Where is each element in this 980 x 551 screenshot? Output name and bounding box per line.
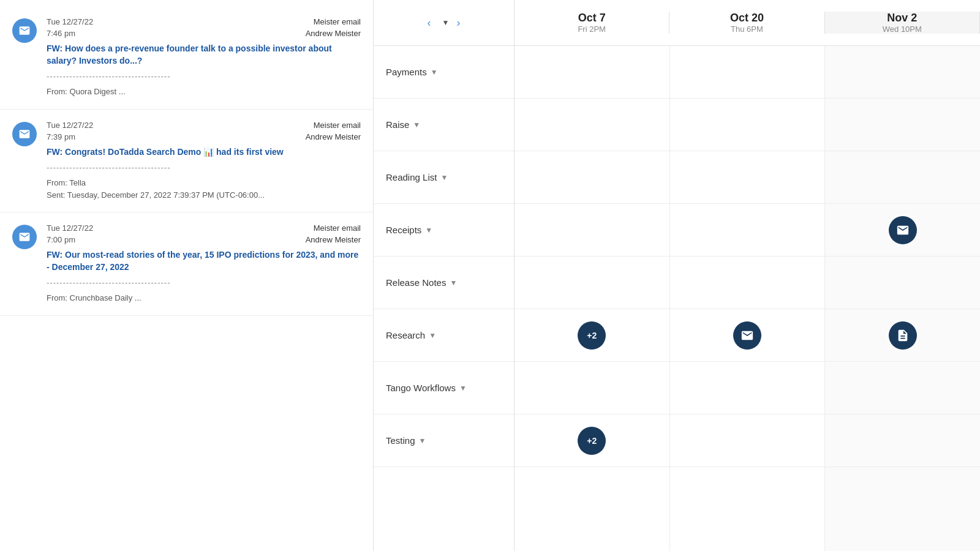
email-source: Meister email — [314, 121, 361, 130]
period-dropdown-icon: ▼ — [442, 18, 450, 27]
grid-row-release-notes — [670, 257, 825, 309]
email-divider: -------------------------------------- — [47, 278, 361, 287]
marker-count: +2 — [587, 331, 597, 340]
timeline-header: ‹ ▼ › Oct 7 Fri 2PM Oct 20 Thu 6PM Nov 2… — [374, 0, 980, 46]
grid-row-raise — [825, 99, 980, 151]
nav-section: ‹ ▼ › — [374, 0, 514, 45]
category-chevron-icon: ▼ — [450, 279, 457, 287]
email-divider: -------------------------------------- — [47, 163, 361, 172]
grid-row-tango-workflows — [825, 362, 980, 414]
category-row-receipts[interactable]: Receipts ▼ — [374, 204, 514, 257]
email-body: From: Quora Digest ... — [47, 86, 361, 98]
grid-row-raise — [670, 99, 825, 151]
email-from-name: Andrew Meister — [306, 235, 361, 244]
category-row-payments[interactable]: Payments ▼ — [374, 46, 514, 99]
category-row-tango-workflows[interactable]: Tango Workflows ▼ — [374, 362, 514, 414]
marker-research-col1[interactable] — [733, 321, 761, 350]
category-chevron-icon: ▼ — [413, 121, 420, 129]
email-icon — [896, 223, 910, 237]
period-title[interactable]: ▼ — [439, 18, 450, 27]
marker-receipts-col2[interactable] — [889, 216, 917, 244]
date-column-oct20[interactable]: Oct 20 Thu 6PM — [669, 12, 824, 34]
marker-testing-col0[interactable]: +2 — [578, 427, 606, 455]
grid-row-reading-list — [670, 151, 825, 204]
category-chevron-icon: ▼ — [459, 384, 467, 392]
email-from-name: Andrew Meister — [306, 29, 361, 38]
category-label: Testing — [386, 435, 415, 446]
category-chevron-icon: ▼ — [419, 437, 426, 445]
grid-row-payments — [670, 46, 825, 99]
grid-row-receipts — [670, 204, 825, 257]
timeline-grid: +2+2 — [514, 46, 980, 551]
category-row-reading-list[interactable]: Reading List ▼ — [374, 151, 514, 204]
email-time: 7:00 pm — [47, 235, 75, 244]
date-column-nov2[interactable]: Nov 2 Wed 10PM — [825, 12, 980, 34]
category-label: Receipts — [386, 225, 421, 235]
date-col-main: Oct 7 — [578, 12, 606, 24]
timeline-col-oct20 — [670, 46, 826, 551]
marker-research-col0[interactable]: +2 — [578, 321, 606, 350]
grid-row-research — [825, 309, 980, 362]
date-col-sub: Fri 2PM — [578, 24, 606, 34]
category-row-research[interactable]: Research ▼ — [374, 309, 514, 362]
email-content: Tue 12/27/22 Meister email 7:39 pm Andre… — [47, 121, 361, 201]
grid-row-receipts — [825, 204, 980, 257]
category-row-raise[interactable]: Raise ▼ — [374, 99, 514, 151]
email-body: From: Crunchbase Daily ... — [47, 292, 361, 304]
date-column-oct7[interactable]: Oct 7 Fri 2PM — [514, 12, 669, 34]
category-row-release-notes[interactable]: Release Notes ▼ — [374, 257, 514, 309]
category-chevron-icon: ▼ — [431, 68, 438, 77]
prev-period-button[interactable]: ‹ — [428, 17, 431, 29]
email-subject: FW: How does a pre-revenue founder talk … — [47, 43, 361, 67]
email-content: Tue 12/27/22 Meister email 7:00 pm Andre… — [47, 223, 361, 304]
category-chevron-icon: ▼ — [429, 331, 436, 340]
category-label: Research — [386, 330, 425, 340]
category-row-testing[interactable]: Testing ▼ — [374, 414, 514, 467]
email-subject: FW: Congrats! DoTadda Search Demo 📊 had … — [47, 146, 361, 159]
email-icon — [741, 329, 754, 342]
date-col-sub: Thu 6PM — [730, 24, 764, 34]
category-chevron-icon: ▼ — [440, 173, 448, 182]
email-from-name: Andrew Meister — [306, 132, 361, 141]
category-label: Reading List — [386, 172, 437, 182]
email-item-3[interactable]: Tue 12/27/22 Meister email 7:00 pm Andre… — [0, 212, 373, 316]
period-selector: ▼ — [439, 18, 450, 27]
marker-research-col2[interactable] — [889, 321, 917, 350]
email-avatar — [12, 122, 37, 146]
grid-row-reading-list — [514, 151, 669, 204]
timeline-col-oct7: +2+2 — [514, 46, 670, 551]
date-col-main: Oct 20 — [730, 12, 764, 24]
email-avatar — [12, 18, 37, 43]
marker-count: +2 — [587, 436, 597, 446]
grid-row-payments — [825, 46, 980, 99]
email-subject: FW: Our most-read stories of the year, 1… — [47, 249, 361, 273]
email-body: From: Tella Sent: Tuesday, December 27, … — [47, 177, 361, 201]
next-period-button[interactable]: › — [456, 17, 460, 29]
grid-row-raise — [514, 99, 669, 151]
grid-row-receipts — [514, 204, 669, 257]
grid-row-research — [670, 309, 825, 362]
email-item-2[interactable]: Tue 12/27/22 Meister email 7:39 pm Andre… — [0, 110, 373, 213]
email-content: Tue 12/27/22 Meister email 7:46 pm Andre… — [47, 17, 361, 98]
email-item-1[interactable]: Tue 12/27/22 Meister email 7:46 pm Andre… — [0, 6, 373, 110]
grid-row-tango-workflows — [670, 362, 825, 414]
document-icon — [896, 329, 910, 342]
category-label: Release Notes — [386, 277, 446, 288]
grid-row-release-notes — [514, 257, 669, 309]
date-col-main: Nov 2 — [883, 12, 922, 24]
email-date: Tue 12/27/22 — [47, 17, 93, 26]
grid-row-testing — [825, 414, 980, 467]
category-label: Tango Workflows — [386, 383, 456, 393]
grid-row-testing: +2 — [514, 414, 669, 467]
email-date: Tue 12/27/22 — [47, 223, 93, 233]
category-chevron-icon: ▼ — [425, 226, 432, 234]
grid-row-release-notes — [825, 257, 980, 309]
email-date: Tue 12/27/22 — [47, 121, 93, 130]
category-list: Payments ▼ Raise ▼ Reading List ▼ Receip… — [374, 46, 514, 551]
grid-row-research: +2 — [514, 309, 669, 362]
timeline-body: Payments ▼ Raise ▼ Reading List ▼ Receip… — [374, 46, 980, 551]
category-label: Payments — [386, 67, 427, 77]
email-source: Meister email — [314, 223, 361, 233]
grid-row-tango-workflows — [514, 362, 669, 414]
timeline-panel: ‹ ▼ › Oct 7 Fri 2PM Oct 20 Thu 6PM Nov 2… — [374, 0, 980, 551]
